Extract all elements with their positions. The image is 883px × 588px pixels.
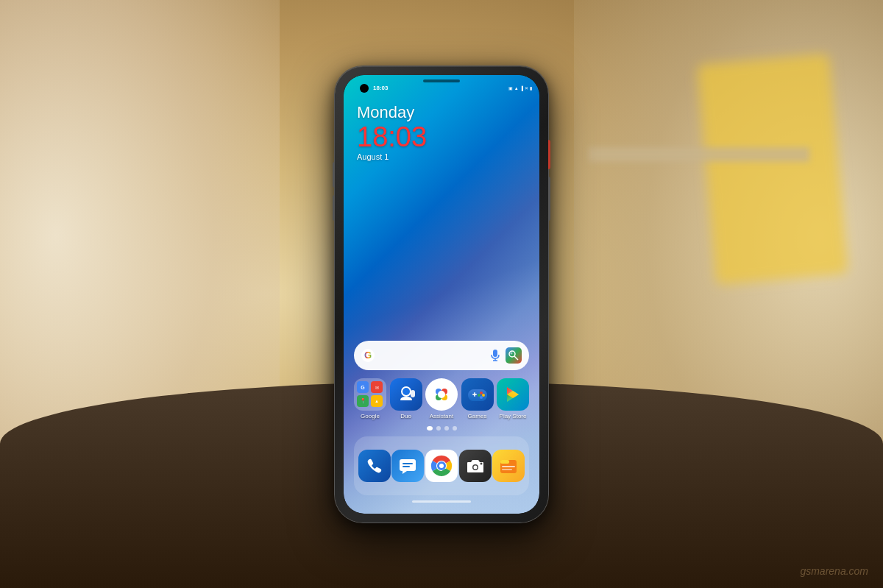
- app-item-playstore[interactable]: Play Store: [497, 378, 529, 419]
- svg-rect-31: [403, 466, 410, 467]
- volume-down-button: [333, 195, 335, 221]
- page-dot-2: [436, 426, 441, 431]
- svg-rect-19: [474, 392, 475, 397]
- status-bar: 18:03 ▣ ▲ ▐ ✕ ▮: [344, 81, 539, 96]
- app-row: G ✉ 📍 ▲ Google: [354, 378, 529, 419]
- nav-bar: [344, 496, 539, 508]
- svg-point-37: [473, 465, 477, 469]
- page-dot-3: [444, 426, 449, 431]
- svg-rect-28: [400, 459, 416, 471]
- power-button: [548, 177, 550, 221]
- volume-up-button: [333, 162, 335, 188]
- svg-point-22: [478, 394, 480, 397]
- svg-marker-29: [403, 471, 407, 474]
- alert-slider-button: [548, 140, 550, 169]
- app-label-assistant: Assistant: [430, 413, 453, 419]
- phone: 18:03 ▣ ▲ ▐ ✕ ▮ Monday 18:03 August 1: [335, 66, 548, 523]
- dock-item-messages[interactable]: [391, 450, 424, 482]
- dock-item-camera[interactable]: [459, 450, 492, 482]
- svg-point-23: [480, 396, 483, 399]
- status-icons: ▣ ▲ ▐ ✕ ▮: [508, 85, 532, 91]
- clock-widget: Monday 18:03 August 1: [357, 103, 427, 162]
- svg-point-21: [482, 394, 485, 397]
- playstore-icon[interactable]: [497, 378, 529, 411]
- files-app-icon[interactable]: [492, 450, 525, 482]
- app-label-google: Google: [361, 413, 380, 419]
- microphone-icon[interactable]: [488, 348, 503, 363]
- phone-app-icon[interactable]: [358, 450, 391, 482]
- google-folder-icon[interactable]: G ✉ 📍 ▲: [354, 378, 386, 411]
- svg-rect-8: [411, 390, 415, 397]
- google-logo: G: [361, 349, 375, 362]
- app-item-games[interactable]: Games: [461, 378, 494, 419]
- svg-point-5: [511, 352, 513, 354]
- camera-app-icon[interactable]: [459, 450, 492, 482]
- app-label-games: Games: [468, 413, 487, 419]
- mini-gmail-icon: ✉: [371, 381, 383, 393]
- battery-icon: ▮: [530, 85, 532, 91]
- assistant-icon[interactable]: [425, 378, 458, 411]
- scene: 18:03 ▣ ▲ ▐ ✕ ▮ Monday 18:03 August 1: [0, 0, 883, 588]
- signal-icon: ▐: [520, 86, 523, 91]
- watermark: gsmarena.com: [800, 565, 868, 577]
- screen-bezel: 18:03 ▣ ▲ ▐ ✕ ▮ Monday 18:03 August 1: [344, 75, 539, 514]
- app-item-duo[interactable]: Duo: [390, 378, 422, 419]
- svg-line-4: [514, 356, 518, 360]
- app-label-duo: Duo: [400, 413, 411, 419]
- duo-icon[interactable]: [390, 378, 422, 411]
- screen: 18:03 ▣ ▲ ▐ ✕ ▮ Monday 18:03 August 1: [344, 75, 539, 514]
- messages-app-icon[interactable]: [391, 450, 424, 482]
- page-indicators: [344, 426, 539, 431]
- dock-item-chrome[interactable]: [425, 450, 458, 482]
- wifi-icon: ▲: [514, 86, 519, 91]
- status-time: 18:03: [373, 85, 388, 91]
- dock-item-phone[interactable]: [358, 450, 391, 482]
- lens-icon[interactable]: [506, 347, 522, 364]
- svg-rect-40: [500, 460, 509, 464]
- svg-rect-0: [493, 350, 497, 357]
- page-dot-4: [453, 426, 457, 431]
- svg-point-38: [480, 462, 482, 464]
- svg-point-20: [480, 392, 483, 394]
- nav-line: [412, 500, 471, 503]
- svg-point-35: [439, 464, 444, 468]
- svg-point-15: [438, 391, 445, 398]
- app-item-google[interactable]: G ✉ 📍 ▲ Google: [354, 378, 386, 419]
- chrome-app-icon[interactable]: [425, 450, 458, 482]
- notification-icon: ▣: [508, 85, 513, 91]
- clock-date: August 1: [357, 152, 427, 161]
- dock-item-files[interactable]: [492, 450, 525, 482]
- games-icon[interactable]: [461, 378, 494, 411]
- page-dot-1: [427, 426, 433, 431]
- bottom-dock: [354, 436, 529, 495]
- clock-time: 18:03: [357, 122, 427, 153]
- signal2-icon: ✕: [525, 85, 528, 91]
- search-bar[interactable]: G: [354, 341, 529, 370]
- google-g: G: [364, 350, 372, 361]
- bg-yellow-object: [697, 54, 848, 286]
- mini-maps-icon: 📍: [357, 395, 369, 407]
- bg-shelf: [589, 147, 809, 162]
- svg-rect-41: [502, 466, 515, 467]
- svg-point-7: [403, 388, 410, 395]
- clock-day: Monday: [357, 103, 427, 122]
- svg-rect-42: [502, 469, 512, 470]
- mini-drive-icon: ▲: [371, 395, 383, 407]
- app-label-playstore: Play Store: [500, 413, 527, 419]
- mini-google-icon: G: [357, 381, 369, 393]
- svg-rect-30: [403, 463, 413, 464]
- app-item-assistant[interactable]: Assistant: [425, 378, 458, 419]
